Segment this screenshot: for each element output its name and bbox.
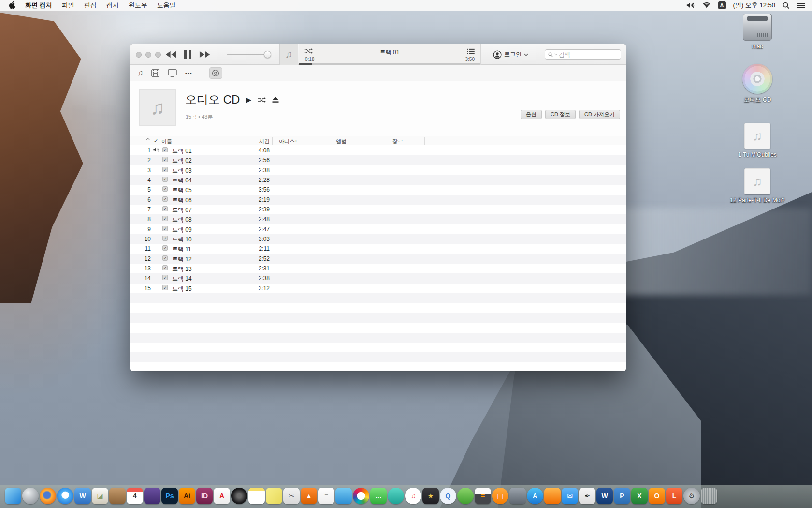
column-divider[interactable] [272, 137, 273, 145]
menu-clock[interactable]: (일) 오후 12:50 [733, 1, 775, 10]
movies-tab-icon[interactable] [151, 69, 160, 77]
track-checkbox[interactable]: ✓ [162, 255, 168, 261]
track-checkbox[interactable]: ✓ [162, 216, 168, 221]
spotlight-icon[interactable] [783, 2, 790, 9]
column-artist[interactable]: 아티스트 [279, 138, 300, 145]
next-button[interactable] [199, 51, 210, 58]
audio-cd-tab[interactable] [209, 67, 222, 79]
drive-icon[interactable] [743, 14, 772, 41]
dock-calculator-icon[interactable]: = [475, 488, 491, 504]
dock-gray-app-icon[interactable] [509, 488, 526, 504]
desktop-icon-disc-1[interactable]: 오디오 CD [728, 64, 786, 104]
dock-indesign-icon[interactable]: ID [196, 488, 213, 504]
sort-indicator[interactable] [146, 138, 150, 140]
track-row[interactable]: 6✓트랙 062:19 [130, 195, 626, 205]
track-row[interactable]: 13✓트랙 132:31 [130, 264, 626, 273]
disc-icon[interactable] [742, 64, 772, 94]
dock-launchpad-icon[interactable] [22, 488, 39, 504]
dock-orange-app-icon[interactable] [544, 488, 561, 504]
dock-messages-icon[interactable]: … [370, 488, 387, 504]
desktop-icon-audio-2[interactable]: ♫1 Tu M'Oublies [728, 123, 786, 159]
dock-safari-icon[interactable] [57, 488, 73, 504]
menu-item-1[interactable]: 파일 [62, 1, 74, 10]
track-row[interactable]: 12✓트랙 122:52 [130, 254, 626, 264]
dock-calendar-icon[interactable]: 4 [127, 488, 143, 504]
more-media-icon[interactable]: ••• [185, 71, 192, 76]
minimize-button[interactable] [145, 52, 151, 58]
notification-center-icon[interactable] [797, 2, 805, 9]
track-checkbox[interactable]: ✓ [162, 245, 168, 251]
dock-ibooks-icon[interactable]: ▤ [492, 488, 508, 504]
cd-info-button[interactable]: CD 정보 [545, 110, 576, 119]
dock-notes-icon[interactable] [248, 488, 265, 504]
dock-photos-icon[interactable] [353, 488, 369, 504]
dock-grab-icon[interactable]: ✂ [283, 488, 300, 504]
dock-itunes-icon[interactable]: ♫ [405, 488, 421, 504]
shuffle-album-icon[interactable] [258, 97, 266, 103]
up-next-icon[interactable] [467, 48, 475, 54]
track-checkbox[interactable]: ✓ [162, 147, 168, 152]
dock-powerpoint-icon[interactable]: P [614, 488, 630, 504]
play-album-icon[interactable]: ▶ [246, 96, 251, 104]
track-row[interactable]: 10✓트랙 103:03 [130, 234, 626, 244]
track-row[interactable]: 5✓트랙 053:56 [130, 185, 626, 194]
menu-app-name[interactable]: 화면 캡처 [25, 1, 52, 10]
menu-item-4[interactable]: 윈도우 [129, 1, 147, 10]
previous-button[interactable] [165, 51, 176, 58]
column-divider[interactable] [243, 137, 243, 145]
dock-blue-app-icon[interactable] [335, 488, 352, 504]
dock-mail-icon[interactable]: ✉ [562, 488, 578, 504]
track-checkbox[interactable]: ✓ [162, 206, 168, 211]
dock-app-store-icon[interactable]: A [527, 488, 543, 504]
column-divider[interactable] [424, 137, 425, 145]
dock-contacts-icon[interactable] [109, 488, 126, 504]
dock-word-icon[interactable]: W [596, 488, 613, 504]
column-name[interactable]: 이름 [161, 138, 172, 145]
dock-outlook-icon[interactable]: O [649, 488, 665, 504]
dock-photoshop-icon[interactable]: Ps [161, 488, 178, 504]
track-row[interactable]: 15✓트랙 153:12 [130, 284, 626, 293]
dock-system-preferences-icon[interactable]: ⚙ [683, 488, 700, 504]
dock-vlc-icon[interactable]: ▲ [301, 488, 317, 504]
apple-menu-icon[interactable] [9, 1, 15, 9]
column-divider[interactable] [390, 137, 390, 145]
dock-dvd-player-icon[interactable] [231, 488, 247, 504]
options-button[interactable]: 옵션 [521, 110, 542, 119]
track-checkbox[interactable]: ✓ [162, 275, 168, 280]
track-checkbox[interactable]: ✓ [162, 167, 168, 172]
desktop-icon-audio-3[interactable]: ♫12 Parle-T-Il De Moi? [728, 168, 786, 204]
column-album[interactable]: 앨범 [336, 138, 347, 145]
column-check[interactable]: ✓ [154, 138, 158, 144]
audio-icon[interactable]: ♫ [744, 123, 770, 149]
search-field[interactable] [545, 49, 621, 60]
dock-illustrator-icon[interactable]: Ai [179, 488, 195, 504]
dock-quicktime-icon[interactable]: Q [440, 488, 456, 504]
dock-wunderlist-icon[interactable]: W [74, 488, 91, 504]
dock-purple-app-icon[interactable] [144, 488, 160, 504]
track-checkbox[interactable]: ✓ [162, 157, 168, 162]
tv-shows-tab-icon[interactable] [168, 69, 177, 77]
dock-teal-app-icon[interactable] [388, 488, 404, 504]
window-titlebar[interactable]: ♫ 0:18 트랙 01 -3:50 [130, 44, 626, 65]
track-row[interactable]: 14✓트랙 142:38 [130, 273, 626, 283]
track-row[interactable]: 1✓트랙 014:08 [130, 146, 626, 155]
dock-acrobat-icon[interactable]: A [214, 488, 230, 504]
track-checkbox[interactable]: ✓ [162, 236, 168, 241]
menu-item-5[interactable]: 도움말 [157, 1, 176, 10]
volume-slider-knob[interactable] [264, 51, 271, 58]
wifi-icon[interactable] [702, 2, 711, 9]
track-row[interactable]: 9✓트랙 092:47 [130, 224, 626, 234]
zoom-button[interactable] [155, 52, 161, 58]
dock-stickies-icon[interactable] [266, 488, 282, 504]
dock-firefox-icon[interactable] [40, 488, 56, 504]
track-checkbox[interactable]: ✓ [162, 186, 168, 192]
close-button[interactable] [136, 52, 142, 58]
volume-slider[interactable] [227, 54, 271, 55]
track-checkbox[interactable]: ✓ [162, 177, 168, 182]
track-row[interactable]: 3✓트랙 032:38 [130, 165, 626, 175]
dock-ink-pen-icon[interactable]: ✒ [579, 488, 595, 504]
audio-icon[interactable]: ♫ [744, 168, 770, 194]
column-time[interactable]: 시간 [247, 138, 270, 145]
dock-reminders-icon[interactable]: ≡ [318, 488, 334, 504]
dock-finder-icon[interactable] [5, 488, 21, 504]
